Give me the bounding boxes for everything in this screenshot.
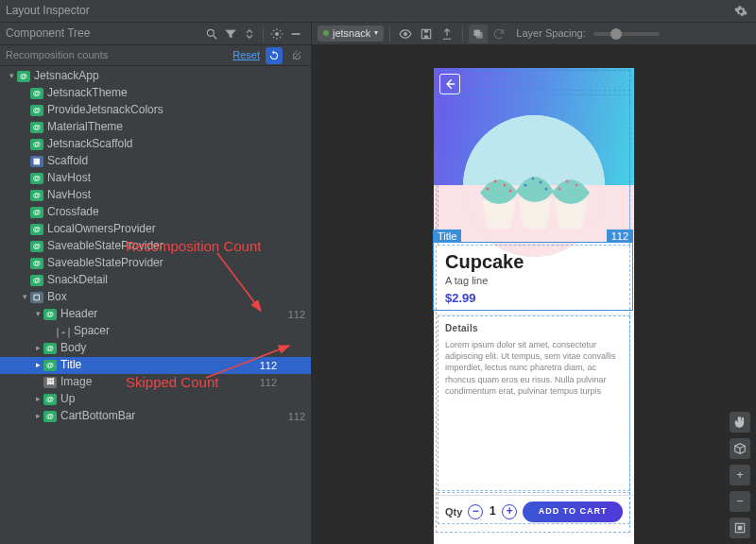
svg-rect-3 <box>292 33 300 34</box>
tree-node[interactable]: @SnackDetail <box>0 272 311 289</box>
refresh-icon[interactable] <box>490 25 508 43</box>
preview-panel: jetsnack ▾ Layer Spacing: <box>312 23 756 544</box>
canvas-controls: + − <box>730 412 750 538</box>
skipped-count: 112 <box>277 308 305 321</box>
tree-node-label: SnackDetail <box>47 273 249 288</box>
overlay-toggle-icon[interactable] <box>469 25 488 43</box>
device-frame: Cupcake A tag line $2.99 Details Lorem i… <box>434 68 634 544</box>
tree-node-label: Spacer <box>74 324 249 339</box>
process-selector[interactable]: jetsnack ▾ <box>318 26 384 41</box>
tree-node[interactable]: @JetsnackScaffold <box>0 136 311 153</box>
overlay-label-left: Title <box>433 230 461 243</box>
tree-node[interactable]: 🖼Image112 <box>0 374 311 391</box>
view-mode-icon[interactable] <box>396 25 415 43</box>
tree-node[interactable]: @LocalOwnersProvider <box>0 221 311 238</box>
title-bar: Layout Inspector <box>0 0 756 23</box>
tree-node-label: JetsnackScaffold <box>47 137 249 152</box>
tree-node-label: ProvideJetsnackColors <box>47 103 249 118</box>
gear-icon[interactable] <box>267 25 286 43</box>
tree-toolbar-label: Component Tree <box>6 26 202 42</box>
preview-canvas[interactable]: Cupcake A tag line $2.99 Details Lorem i… <box>312 45 756 544</box>
pan-icon[interactable] <box>730 412 750 433</box>
recomp-count-indicator <box>266 47 283 64</box>
chevron-icon[interactable]: ▾ <box>6 71 17 82</box>
tree-node[interactable]: ▾@JetsnackApp <box>0 68 311 85</box>
zoom-in-icon[interactable]: + <box>730 465 750 485</box>
settings-icon[interactable] <box>731 2 750 21</box>
tree-node[interactable]: @Crossfade <box>0 204 311 221</box>
tree-node-label: Scaffold <box>47 154 249 169</box>
tree-node[interactable]: @NavHost <box>0 170 311 187</box>
zoom-fit-icon[interactable] <box>730 518 750 538</box>
filter-icon[interactable] <box>221 25 240 43</box>
tree-node[interactable]: @SaveableStateProvider <box>0 255 311 272</box>
tree-node-label: Body <box>60 341 249 356</box>
svg-point-5 <box>404 32 408 36</box>
preview-toolbar: jetsnack ▾ Layer Spacing: <box>312 23 756 45</box>
tree-node-label: Box <box>47 290 249 305</box>
svg-point-0 <box>207 29 214 36</box>
skipped-count: 112 <box>277 410 305 423</box>
tree-node-label: Crossfade <box>47 205 249 220</box>
overlay-label-right: 112 <box>607 230 633 243</box>
tree-toolbar: Component Tree <box>0 23 311 45</box>
tree-node-label: MaterialTheme <box>47 120 249 135</box>
chevron-icon[interactable]: ▾ <box>32 309 43 320</box>
component-tree-panel: Component Tree Recomposition counts Rese… <box>0 23 312 544</box>
minimize-icon[interactable] <box>286 25 305 43</box>
tree-node[interactable]: |-|Spacer <box>0 323 311 340</box>
tree-node-label: CartBottomBar <box>60 409 249 424</box>
tree-node-label: Title <box>60 358 249 373</box>
overlay-image <box>438 94 630 246</box>
tree-node[interactable]: ▾▢Box <box>0 289 311 306</box>
component-tree[interactable]: ▾@JetsnackApp@JetsnackTheme@ProvideJetsn… <box>0 66 311 544</box>
snapshot-icon[interactable] <box>417 25 436 43</box>
tree-node-label: Header <box>60 307 249 322</box>
tree-node[interactable]: @ProvideJetsnackColors <box>0 102 311 119</box>
tree-node-label: Up <box>60 392 249 407</box>
tree-node[interactable]: @NavHost <box>0 187 311 204</box>
title-text: Layout Inspector <box>6 4 731 19</box>
zoom-out-icon[interactable]: − <box>730 491 750 512</box>
tree-node-label: LocalOwnersProvider <box>47 222 249 237</box>
recomp-count: 112 <box>249 359 277 372</box>
tree-node-label: NavHost <box>47 188 249 203</box>
recomp-count: 112 <box>249 376 277 389</box>
mode-3d-icon[interactable] <box>730 438 750 459</box>
tree-node[interactable]: @MaterialTheme <box>0 119 311 136</box>
tree-node[interactable]: @JetsnackTheme <box>0 85 311 102</box>
skipped-count-indicator <box>288 47 305 64</box>
export-icon[interactable] <box>438 25 456 43</box>
tree-node[interactable]: ▾@Header112 <box>0 306 311 323</box>
layer-spacing-slider[interactable] <box>593 32 660 36</box>
tree-node-label: NavHost <box>47 171 249 186</box>
search-icon[interactable] <box>202 25 221 43</box>
chevron-icon[interactable]: ▾ <box>19 292 30 303</box>
svg-rect-8 <box>477 32 483 38</box>
tree-node-label: SaveableStateProvider <box>47 256 249 271</box>
expand-icon[interactable] <box>240 25 259 43</box>
tree-node[interactable]: @SaveableStateProvider <box>0 238 311 255</box>
recomposition-bar: Recomposition counts Reset <box>0 45 311 66</box>
overlay-cartbar <box>438 492 630 524</box>
tree-node[interactable]: ▸@Up <box>0 391 311 408</box>
chevron-icon[interactable]: ▸ <box>32 394 43 405</box>
layer-spacing-label: Layer Spacing: <box>516 26 585 40</box>
chevron-icon[interactable]: ▸ <box>32 411 43 422</box>
tree-node-label: JetsnackApp <box>34 69 249 84</box>
reset-link[interactable]: Reset <box>232 48 260 61</box>
tree-node-label: JetsnackTheme <box>47 86 249 101</box>
tree-node[interactable]: ▸@CartBottomBar112 <box>0 408 311 425</box>
tree-node[interactable]: ▦Scaffold <box>0 153 311 170</box>
overlay-toolbar <box>466 70 630 91</box>
svg-line-1 <box>214 35 217 39</box>
svg-rect-23 <box>738 526 742 530</box>
tree-node-label: Image <box>60 375 249 390</box>
overlay-title-selected: Title 112 <box>433 242 633 311</box>
chevron-icon[interactable]: ▸ <box>32 360 43 371</box>
tree-node[interactable]: ▸@Title112 <box>0 357 311 374</box>
recomposition-label: Recomposition counts <box>6 48 227 61</box>
chevron-icon[interactable]: ▸ <box>32 343 43 354</box>
tree-node[interactable]: ▸@Body <box>0 340 311 357</box>
svg-point-2 <box>275 32 279 36</box>
